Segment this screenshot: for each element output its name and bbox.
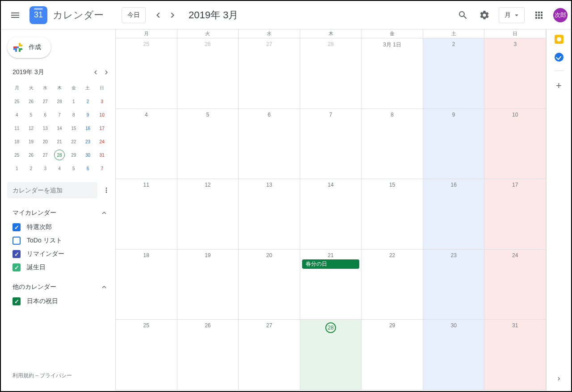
mini-day-cell[interactable]: 25 (10, 148, 24, 162)
mini-day-cell[interactable]: 2 (24, 162, 38, 175)
calendar-item[interactable]: 日本の祝日 (7, 295, 115, 308)
mini-day-cell[interactable]: 10 (95, 108, 109, 121)
day-cell[interactable]: 6 (239, 109, 300, 179)
mini-day-cell[interactable]: 11 (10, 121, 24, 135)
mini-day-cell[interactable]: 22 (67, 135, 81, 148)
day-cell[interactable]: 27 (239, 38, 300, 108)
mini-day-cell[interactable]: 26 (24, 95, 38, 108)
day-cell[interactable]: 23 (423, 250, 485, 320)
day-cell[interactable]: 12 (177, 179, 239, 249)
mini-day-cell[interactable]: 4 (10, 108, 24, 121)
terms-link[interactable]: 利用規約 (13, 372, 34, 379)
side-panel-toggle[interactable]: › (558, 374, 560, 383)
day-cell[interactable]: 8 (362, 109, 423, 179)
mini-day-cell[interactable]: 8 (67, 108, 81, 121)
mini-day-cell[interactable]: 16 (81, 121, 95, 135)
day-cell[interactable]: 28 (300, 38, 362, 108)
mini-day-cell[interactable]: 28 (52, 95, 67, 108)
calendar-checkbox[interactable] (13, 223, 21, 231)
mini-day-cell[interactable]: 3 (38, 162, 52, 175)
other-calendars-toggle[interactable]: 他のカレンダー (7, 279, 115, 295)
privacy-link[interactable]: プライバシー (40, 372, 72, 379)
mini-day-cell[interactable]: 14 (52, 121, 67, 135)
mini-day-cell[interactable]: 24 (95, 135, 109, 148)
day-cell[interactable]: 24 (484, 250, 546, 320)
today-button[interactable]: 今日 (122, 7, 146, 23)
day-cell[interactable]: 3月 1日 (362, 38, 423, 108)
search-button[interactable] (454, 6, 472, 24)
event-chip[interactable]: 春分の日 (302, 259, 360, 269)
mini-day-cell[interactable]: 26 (24, 148, 38, 162)
day-cell[interactable]: 14 (300, 179, 362, 249)
mini-day-cell[interactable]: 13 (38, 121, 52, 135)
mini-day-cell[interactable]: 1 (67, 95, 81, 108)
day-cell[interactable]: 27 (239, 320, 300, 390)
day-cell[interactable]: 2 (423, 38, 485, 108)
day-cell[interactable]: 13 (239, 179, 300, 249)
day-cell[interactable]: 30 (423, 320, 485, 390)
mini-day-cell[interactable]: 25 (10, 95, 24, 108)
day-cell[interactable]: 7 (300, 109, 362, 179)
mini-day-cell[interactable]: 27 (38, 95, 52, 108)
mini-prev-button[interactable] (90, 67, 101, 78)
mini-day-cell[interactable]: 5 (24, 108, 38, 121)
calendar-checkbox[interactable] (13, 263, 21, 271)
day-cell[interactable]: 20 (239, 250, 300, 320)
keep-addon-button[interactable] (555, 35, 564, 44)
tasks-addon-button[interactable] (555, 53, 564, 62)
create-button[interactable]: 作成 (7, 37, 51, 58)
day-cell[interactable]: 28 (300, 320, 362, 390)
day-cell[interactable]: 9 (423, 109, 485, 179)
mini-day-cell[interactable]: 6 (81, 162, 95, 175)
mini-day-cell[interactable]: 27 (38, 148, 52, 162)
calendar-checkbox[interactable] (13, 250, 21, 258)
day-cell[interactable]: 4 (116, 109, 177, 179)
day-cell[interactable]: 25 (116, 38, 177, 108)
mini-day-cell[interactable]: 12 (24, 121, 38, 135)
mini-day-cell[interactable]: 18 (10, 135, 24, 148)
mini-day-cell[interactable]: 4 (52, 162, 67, 175)
day-cell[interactable]: 19 (177, 250, 239, 320)
apps-button[interactable] (530, 6, 548, 24)
day-cell[interactable]: 16 (423, 179, 485, 249)
add-calendar-input[interactable] (7, 182, 97, 198)
mini-day-cell[interactable]: 7 (52, 108, 67, 121)
mini-day-cell[interactable]: 6 (38, 108, 52, 121)
day-cell[interactable]: 18 (116, 250, 177, 320)
mini-day-cell[interactable]: 15 (67, 121, 81, 135)
mini-day-cell[interactable]: 5 (67, 162, 81, 175)
mini-day-cell[interactable]: 2 (81, 95, 95, 108)
mini-day-cell[interactable]: 19 (24, 135, 38, 148)
mini-day-cell[interactable]: 20 (38, 135, 52, 148)
day-cell[interactable]: 5 (177, 109, 239, 179)
day-cell[interactable]: 25 (116, 320, 177, 390)
calendar-item[interactable]: 誕生日 (7, 261, 115, 274)
day-cell[interactable]: 17 (484, 179, 546, 249)
my-calendars-toggle[interactable]: マイカレンダー (7, 205, 115, 221)
day-cell[interactable]: 21春分の日 (300, 250, 362, 320)
mini-day-cell[interactable]: 23 (81, 135, 95, 148)
mini-day-cell[interactable]: 21 (52, 135, 67, 148)
mini-day-cell[interactable]: 1 (10, 162, 24, 175)
mini-day-cell[interactable]: 30 (81, 148, 95, 162)
mini-day-cell[interactable]: 9 (81, 108, 95, 121)
mini-day-cell[interactable]: 3 (95, 95, 109, 108)
calendar-checkbox[interactable] (13, 297, 21, 305)
calendar-item[interactable]: 特選次郎 (7, 221, 115, 234)
day-cell[interactable]: 22 (362, 250, 423, 320)
account-avatar[interactable]: 次郎 (553, 8, 568, 22)
main-menu-button[interactable] (4, 4, 26, 26)
prev-period-button[interactable] (151, 8, 165, 22)
day-cell[interactable]: 3 (484, 38, 546, 108)
settings-button[interactable] (475, 6, 493, 24)
day-cell[interactable]: 15 (362, 179, 423, 249)
mini-day-cell[interactable]: 29 (67, 148, 81, 162)
mini-day-cell[interactable]: 31 (95, 148, 109, 162)
mini-day-cell[interactable]: 17 (95, 121, 109, 135)
mini-day-cell[interactable]: 7 (95, 162, 109, 175)
calendar-item[interactable]: リマインダー (7, 247, 115, 261)
day-cell[interactable]: 26 (177, 38, 239, 108)
day-cell[interactable]: 29 (362, 320, 423, 390)
calendar-item[interactable]: ToDo リスト (7, 234, 115, 247)
mini-day-cell[interactable]: 28 (52, 148, 67, 162)
